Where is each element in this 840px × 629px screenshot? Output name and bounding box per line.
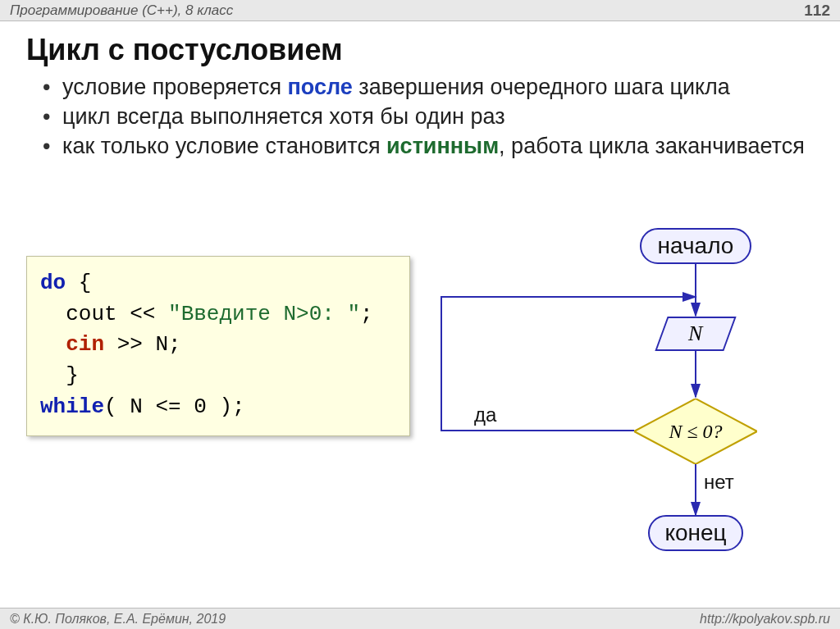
footer-url: http://kpolyakov.spb.ru (700, 612, 830, 627)
code-brace-open: { (66, 271, 91, 295)
code-block: do { cout << "Введите N>0: "; cin >> N; … (26, 256, 410, 436)
slide-title: Цикл с постусловием (0, 21, 840, 74)
code-cin: cin (66, 332, 104, 357)
code-keyword-do: do (40, 271, 66, 295)
flow-end: конец (648, 515, 743, 551)
header-strip: Программирование (C++), 8 класс 112 (0, 0, 840, 21)
flowchart: начало N N ≤ 0? да нет конец (425, 221, 819, 599)
bullet-1: условие проверяется после завершения оче… (39, 74, 812, 102)
flow-cond-label: N ≤ 0? (669, 421, 722, 443)
bullet-3-accent: истинным (386, 134, 499, 158)
flow-no-label: нет (704, 471, 734, 494)
flow-yes-label: да (474, 403, 496, 426)
code-cin-tail: >> N; (104, 332, 181, 357)
flow-input: N (655, 317, 736, 351)
bullet-3-text-a: как только условие становится (62, 134, 386, 158)
bullet-3: как только условие становится истинным, … (39, 133, 812, 161)
code-brace-close: } (40, 363, 79, 388)
bullets-block: условие проверяется после завершения оче… (0, 74, 840, 160)
code-pad (40, 332, 66, 357)
code-semicolon-1: ; (360, 302, 373, 326)
code-keyword-while: while (40, 394, 104, 419)
bullet-1-text-a: условие проверяется (62, 75, 288, 99)
flow-start-label: начало (658, 233, 734, 259)
bullet-1-text-b: завершения очередного шага цикла (353, 75, 730, 99)
code-string: "Введите N>0: " (168, 302, 360, 326)
footer-authors: © К.Ю. Поляков, Е.А. Ерёмин, 2019 (10, 612, 226, 627)
bullet-1-accent: после (288, 75, 353, 99)
flow-condition: N ≤ 0? (634, 399, 757, 464)
page-number: 112 (804, 2, 830, 20)
flow-start: начало (640, 228, 751, 264)
flow-end-label: конец (664, 520, 726, 546)
code-cout: cout << (40, 302, 168, 326)
footer-strip: © К.Ю. Поляков, Е.А. Ерёмин, 2019 http:/… (0, 608, 840, 629)
bullet-3-text-b: , работа цикла заканчивается (499, 134, 805, 158)
bullet-2: цикл всегда выполняется хотя бы один раз (39, 103, 812, 131)
code-while-cond: ( N <= 0 ); (104, 394, 245, 419)
course-label: Программирование (C++), 8 класс (10, 2, 233, 19)
flow-input-label: N (688, 321, 702, 346)
